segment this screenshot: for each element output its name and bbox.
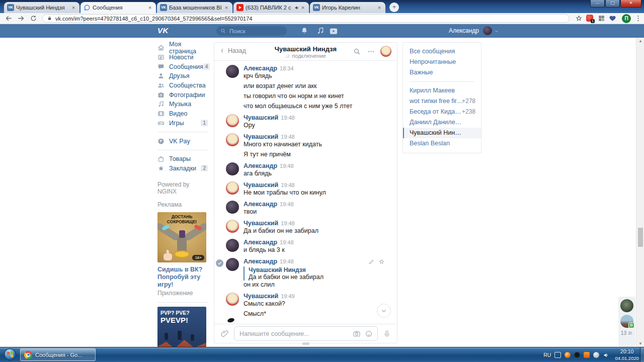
dialog-item[interactable]: Beslan Beslan [403, 138, 481, 149]
message-avatar[interactable] [226, 182, 239, 195]
chat-peer-avatar[interactable] [380, 46, 391, 57]
sidebar-item-users[interactable]: Сообщества [157, 81, 208, 90]
message-avatar[interactable] [226, 114, 239, 127]
tab-close-icon[interactable]: × [223, 5, 229, 11]
message-author[interactable]: Александр [244, 201, 277, 208]
chat-search-icon[interactable] [353, 48, 361, 55]
app-tray-icon-orange[interactable] [584, 352, 590, 358]
attach-paperclip-icon[interactable] [220, 329, 229, 338]
message-author[interactable]: Чувашский [244, 114, 278, 121]
message-author[interactable]: Александр [244, 162, 277, 169]
language-indicator[interactable]: RU [543, 352, 551, 358]
message-author[interactable]: Чувашский [244, 220, 278, 227]
sidebar-item-video[interactable]: Видео [157, 109, 208, 119]
message-avatar[interactable] [226, 65, 239, 78]
message-avatar[interactable] [226, 239, 239, 252]
sidebar-item-game[interactable]: Игры1 [157, 119, 208, 128]
friend-avatar[interactable]: D [620, 315, 633, 328]
taskbar-chrome-button[interactable]: Сообщения - Go... [20, 348, 96, 361]
address-bar[interactable]: vk.com/im?peers=479278148_c6_c10_2906703… [42, 14, 570, 23]
browser-tab[interactable]: VKИгорь Карелин× [310, 2, 385, 13]
scrollbar-up-arrow[interactable]: ▲ [636, 39, 644, 43]
taskbar-clock[interactable]: 20:10 04.01.2020 [615, 348, 639, 361]
message-avatar[interactable] [226, 258, 239, 271]
message-avatar[interactable] [226, 293, 239, 306]
dialogs-filter[interactable]: Непрочитанные [403, 57, 481, 67]
dialog-item[interactable]: Чувашский Ниндзя [403, 128, 481, 138]
music-note-icon[interactable] [316, 27, 325, 35]
edit-pencil-icon[interactable] [368, 258, 375, 265]
heart-extension-icon[interactable] [609, 15, 616, 22]
dialog-item[interactable]: wot типки free fire,braw...+278 [403, 96, 481, 107]
dialogs-filter[interactable]: Все сообщения [403, 46, 481, 57]
browser-tab[interactable]: VKЧувашский Ниндзя× [4, 2, 79, 13]
photo-camera-icon[interactable] [353, 330, 361, 338]
bell-icon[interactable] [300, 27, 308, 35]
scroll-to-bottom-button[interactable] [377, 304, 391, 318]
tab-close-icon[interactable]: × [70, 5, 76, 11]
app-tray-icon-gray[interactable] [593, 352, 599, 358]
show-hidden-icons[interactable] [554, 352, 561, 358]
sidebar-item-home[interactable]: Моя страница [157, 43, 208, 53]
tab-close-icon[interactable]: × [300, 5, 306, 11]
qr-extension-icon[interactable] [598, 15, 605, 22]
reply-author[interactable]: Чувашский Ниндзя [249, 266, 389, 274]
important-star-icon[interactable] [378, 258, 385, 265]
browser-tab[interactable]: (633) ПАВЛИК 2 сезон 2 сер× [233, 2, 309, 13]
dialog-item[interactable]: Беседа от Кидалов.нет+238 [403, 107, 481, 117]
ad-card[interactable]: PVP? PVE?PVEVP!16+Играй в The Cycle бесп… [157, 307, 208, 347]
friend-avatar[interactable] [620, 299, 633, 312]
emoji-smile-icon[interactable] [365, 330, 373, 338]
adblock-extension-icon[interactable]: 1 [586, 15, 593, 22]
message-avatar[interactable] [226, 133, 239, 146]
start-button[interactable] [4, 348, 16, 360]
vk-search[interactable] [216, 26, 287, 36]
new-tab-button[interactable]: + [389, 3, 399, 12]
header-user-avatar[interactable] [483, 26, 492, 35]
chat-menu-dots-icon[interactable] [367, 48, 375, 55]
browser-tab[interactable]: Сообщения× [80, 2, 156, 13]
browser-profile-avatar[interactable]: П [622, 14, 631, 23]
refresh-icon[interactable] [30, 15, 37, 22]
volume-icon[interactable] [603, 352, 610, 358]
browser-scrollbar[interactable]: ▲ ▼ [636, 38, 644, 347]
message-author[interactable]: Чувашский [244, 182, 278, 189]
ad-card[interactable]: ДОСТАНЬ СОКРОВИЩЕ!18+Сидишь в ВК? Попроб… [157, 212, 208, 297]
ad-image[interactable]: PVP? PVE?PVEVP!16+ [157, 307, 206, 347]
back-icon[interactable] [5, 15, 13, 22]
ad-title[interactable]: Сидишь в ВК? Попробуй эту игру! [157, 266, 208, 289]
dialogs-filter[interactable]: Важные [403, 67, 481, 78]
close-window-button[interactable] [620, 0, 641, 8]
message-avatar[interactable] [226, 162, 239, 175]
tab-close-icon[interactable]: × [147, 5, 153, 11]
message-author[interactable]: Чувашский [244, 293, 278, 300]
message-author[interactable]: Чувашский [244, 133, 278, 140]
show-desktop-button[interactable] [640, 347, 644, 362]
sidebar-item-star[interactable]: Закладки2 [157, 164, 208, 173]
app-tray-icon-dark[interactable] [574, 352, 580, 358]
vk-logo[interactable]: VK [157, 26, 169, 35]
microphone-icon[interactable] [383, 330, 391, 338]
header-user-name[interactable]: Александр [449, 27, 479, 34]
sidebar-item-music[interactable]: Музыка [157, 100, 208, 109]
vk-search-input[interactable] [228, 28, 281, 35]
sidebar-item-camera[interactable]: Фотографии [157, 90, 208, 100]
dialog-item[interactable]: Даниил Даниленко [403, 117, 481, 128]
bookmark-star-icon[interactable] [575, 15, 583, 22]
chevron-down-icon[interactable] [494, 29, 499, 34]
maximize-button[interactable] [605, 0, 620, 8]
browser-menu-icon[interactable] [634, 15, 642, 22]
panel-resize-handle[interactable] [302, 342, 309, 345]
minimize-button[interactable] [590, 0, 605, 8]
scrollbar-thumb[interactable] [638, 228, 643, 247]
message-avatar[interactable] [226, 220, 239, 233]
message-author[interactable]: Александр [244, 239, 277, 246]
dialog-item[interactable]: Кирилл Макеев [403, 85, 481, 96]
browser-tab[interactable]: VKБаза мошенников ВКонтакте Ка× [157, 2, 232, 13]
ad-image[interactable]: ДОСТАНЬ СОКРОВИЩЕ!18+ [157, 212, 206, 262]
message-author[interactable]: Александр [244, 258, 277, 265]
sidebar-item-bag[interactable]: Товары [157, 154, 208, 164]
sidebar-item-vkpay[interactable]: PVK Pay [157, 136, 208, 146]
tab-close-icon[interactable]: × [376, 5, 382, 11]
forward-icon[interactable] [17, 15, 25, 22]
